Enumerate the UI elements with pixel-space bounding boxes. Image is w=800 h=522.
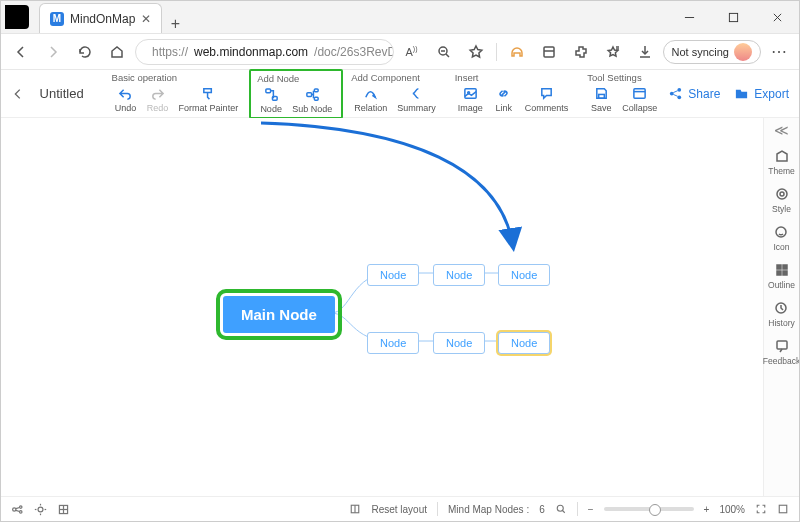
panel-style[interactable]: Style [772,186,791,214]
svg-rect-34 [777,265,781,269]
more-menu-icon[interactable]: ⋯ [765,38,793,66]
panel-feedback[interactable]: Feedback [763,338,800,366]
zoom-out-icon[interactable] [430,38,458,66]
maximize-button[interactable] [711,1,755,33]
favicon-icon: M [50,12,64,26]
extensions-icon[interactable] [567,38,595,66]
add-node-button[interactable]: Node [257,86,285,115]
child-node[interactable]: Node [433,332,485,354]
browser-titlebar: M MindOnMap ✕ + [1,1,799,34]
reset-layout-icon[interactable] [349,503,361,515]
svg-point-55 [557,505,563,511]
insert-image-button[interactable]: Image [455,85,486,114]
child-node[interactable]: Node [367,332,419,354]
tab-close-icon[interactable]: ✕ [141,12,151,26]
panel-history[interactable]: History [768,300,794,328]
tab-title: MindOnMap [70,12,135,26]
panel-collapse-icon[interactable]: ≪ [774,122,789,138]
share-button[interactable]: Share [668,86,720,101]
new-tab-button[interactable]: + [162,15,188,33]
save-button[interactable]: Save [587,85,615,114]
group-label: Tool Settings [587,72,660,83]
group-add-component: Add Component Relation Summary [343,69,447,119]
read-aloud-icon[interactable]: A)) [398,38,426,66]
url-input[interactable]: https://web.mindonmap.com/doc/26s3RevDue… [135,39,394,65]
child-node[interactable]: Node [498,332,550,354]
url-protocol: https:// [152,45,188,59]
nav-home-button[interactable] [103,38,131,66]
grid-icon[interactable] [57,503,70,516]
profile-sync-button[interactable]: Not syncing [663,40,761,64]
svg-rect-36 [777,271,781,275]
group-label: Add Node [257,73,335,84]
brightness-icon[interactable] [34,503,47,516]
svg-rect-35 [783,265,787,269]
close-window-button[interactable] [755,1,799,33]
zoom-out-button[interactable]: − [588,504,594,515]
annotation-arrow [1,118,763,496]
collections-icon[interactable] [535,38,563,66]
main-node[interactable]: Main Node [223,296,335,333]
fullscreen-icon[interactable] [777,503,789,515]
url-path: /doc/26s3RevDueZH… [314,45,393,59]
app-back-button[interactable] [11,87,26,101]
divider [496,43,497,61]
child-node[interactable]: Node [498,264,550,286]
address-bar: https://web.mindonmap.com/doc/26s3RevDue… [1,34,799,70]
downloads-icon[interactable] [631,38,659,66]
search-icon[interactable] [555,503,567,515]
undo-button[interactable]: Undo [112,85,140,114]
collapse-button[interactable]: Collapse [619,85,660,114]
zoom-slider[interactable] [604,507,694,511]
svg-rect-10 [544,47,554,57]
child-node[interactable]: Node [433,264,485,286]
map-icon[interactable] [11,503,24,516]
sync-label: Not syncing [672,46,729,58]
headphones-icon[interactable] [503,38,531,66]
svg-line-44 [16,510,20,511]
zoom-value: 100% [719,504,745,515]
svg-point-31 [777,189,787,199]
relation-button[interactable]: Relation [351,85,390,114]
zoom-in-button[interactable]: + [704,504,710,515]
format-painter-button[interactable]: Format Painter [176,85,242,114]
document-title[interactable]: Untitled [26,86,98,101]
add-subnode-button[interactable]: Sub Node [289,86,335,115]
group-basic-operation: Basic operation Undo Redo Format Painter [104,69,250,119]
panel-theme[interactable]: Theme [768,148,794,176]
svg-point-42 [20,510,22,512]
node-count-label: Mind Map Nodes : [448,504,529,515]
svg-point-27 [678,88,682,92]
child-node[interactable]: Node [367,264,419,286]
panel-outline[interactable]: Outline [768,262,795,290]
browser-tab[interactable]: M MindOnMap ✕ [39,3,162,33]
insert-comments-button[interactable]: Comments [522,85,572,114]
nav-back-button[interactable] [7,38,35,66]
svg-point-41 [20,505,22,507]
tab-actions-icon[interactable] [1,1,33,33]
favorites-list-icon[interactable] [599,38,627,66]
insert-link-button[interactable]: Link [490,85,518,114]
favorite-icon[interactable] [462,38,490,66]
svg-line-29 [674,91,678,93]
fit-screen-icon[interactable] [755,503,767,515]
reset-layout-label[interactable]: Reset layout [371,504,427,515]
panel-icon[interactable]: Icon [773,224,789,252]
canvas[interactable]: Main Node NodeNodeNodeNodeNodeNode [1,118,763,496]
group-label: Insert [455,72,572,83]
node-count-value: 6 [539,504,545,515]
svg-rect-16 [266,89,271,93]
redo-button: Redo [144,85,172,114]
avatar-icon [734,43,752,61]
svg-line-56 [562,511,564,513]
minimize-button[interactable] [667,1,711,33]
svg-rect-24 [634,89,645,98]
summary-button[interactable]: Summary [394,85,439,114]
workspace: Main Node NodeNodeNodeNodeNodeNode ≪ The… [1,118,799,496]
export-label: Export [754,87,789,101]
nav-refresh-button[interactable] [71,38,99,66]
side-panel: ≪ Theme Style Icon Outline History Feedb… [763,118,799,496]
tool-groups: Basic operation Undo Redo Format Painter… [104,69,669,119]
export-button[interactable]: Export [734,86,789,101]
window-controls [667,1,799,33]
